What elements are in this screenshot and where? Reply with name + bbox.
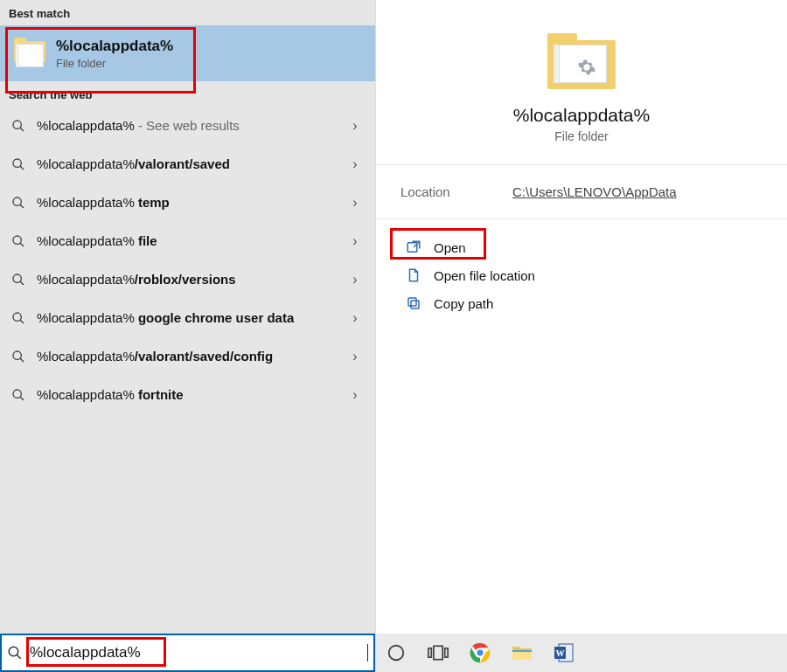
- search-web-header: Search the web: [0, 81, 375, 107]
- search-icon: [9, 311, 28, 325]
- svg-rect-19: [411, 301, 419, 308]
- svg-line-3: [20, 166, 24, 170]
- web-result-label: %localappdata% - See web results: [37, 117, 344, 135]
- search-results-panel: Best match %localappdata% File folder Se…: [0, 0, 376, 672]
- svg-line-9: [20, 281, 24, 285]
- svg-point-10: [13, 313, 21, 321]
- web-result-label: %localappdata% fortnite: [37, 386, 344, 404]
- word-icon[interactable]: W: [553, 641, 575, 664]
- svg-text:W: W: [556, 648, 565, 658]
- action-open-file-location[interactable]: Open file location: [395, 261, 768, 289]
- search-input[interactable]: %localappdata%: [28, 641, 366, 665]
- chrome-icon[interactable]: [469, 641, 491, 664]
- taskbar: W: [376, 634, 787, 672]
- svg-rect-20: [408, 298, 416, 306]
- chevron-right-icon[interactable]: ›: [344, 233, 366, 249]
- svg-point-4: [13, 197, 21, 205]
- svg-point-16: [9, 647, 18, 656]
- web-result-label: %localappdata% file: [37, 232, 344, 250]
- svg-point-14: [13, 390, 21, 398]
- preview-actions: Open Open file location Copy path: [376, 219, 787, 331]
- svg-line-13: [20, 358, 24, 362]
- action-copy-path[interactable]: Copy path: [395, 289, 768, 317]
- search-icon: [9, 119, 28, 133]
- chevron-right-icon[interactable]: ›: [344, 349, 366, 364]
- action-open-file-location-label: Open file location: [434, 268, 535, 283]
- meta-key-location: Location: [400, 184, 512, 199]
- svg-point-8: [13, 274, 21, 282]
- svg-point-6: [13, 236, 21, 244]
- svg-line-1: [20, 128, 24, 131]
- folder-icon: [14, 38, 45, 69]
- web-result-item[interactable]: %localappdata%/roblox/versions ›: [0, 260, 375, 299]
- preview-header: %localappdata% File folder: [376, 0, 787, 165]
- svg-point-2: [13, 159, 21, 167]
- preview-subtitle: File folder: [554, 129, 608, 143]
- preview-title: %localappdata%: [513, 105, 650, 126]
- text-caret: [367, 644, 368, 662]
- search-icon: [9, 273, 28, 287]
- action-copy-path-label: Copy path: [434, 296, 493, 311]
- best-match-subtitle: File folder: [56, 57, 173, 70]
- svg-line-15: [20, 397, 24, 400]
- search-icon: [9, 234, 28, 248]
- svg-line-5: [20, 204, 24, 208]
- web-result-item[interactable]: %localappdata% file ›: [0, 222, 375, 260]
- svg-rect-29: [512, 650, 532, 652]
- cortana-icon[interactable]: [385, 641, 407, 664]
- search-icon: [9, 196, 28, 210]
- svg-point-21: [389, 646, 404, 661]
- action-open-label: Open: [434, 240, 466, 255]
- svg-point-27: [477, 649, 484, 656]
- web-result-item[interactable]: %localappdata%/valorant/saved/config ›: [0, 337, 375, 376]
- svg-rect-24: [445, 648, 448, 657]
- chevron-right-icon[interactable]: ›: [344, 387, 366, 403]
- chevron-right-icon[interactable]: ›: [344, 195, 366, 211]
- web-result-label: %localappdata%/valorant/saved/config: [37, 348, 344, 365]
- task-view-icon[interactable]: [427, 641, 449, 664]
- action-open[interactable]: Open: [395, 233, 768, 261]
- web-result-label: %localappdata%/valorant/saved: [37, 156, 344, 173]
- file-explorer-icon[interactable]: [511, 641, 533, 664]
- web-result-item[interactable]: %localappdata% google chrome user data ›: [0, 299, 375, 337]
- web-result-label: %localappdata% google chrome user data: [37, 309, 344, 327]
- search-input-bar[interactable]: %localappdata%: [0, 634, 375, 672]
- open-icon: [402, 239, 425, 255]
- search-icon: [9, 350, 28, 364]
- best-match-item[interactable]: %localappdata% File folder: [0, 25, 375, 81]
- preview-panel: %localappdata% File folder Location C:\U…: [376, 0, 787, 672]
- web-result-item[interactable]: %localappdata% fortnite ›: [0, 376, 375, 414]
- web-result-label: %localappdata% temp: [37, 194, 344, 211]
- web-results-list: %localappdata% - See web results › %loca…: [0, 107, 375, 672]
- best-match-title: %localappdata%: [56, 38, 173, 55]
- best-match-header: Best match: [0, 0, 375, 25]
- svg-line-7: [20, 243, 24, 246]
- search-icon: [9, 388, 28, 402]
- web-result-item[interactable]: %localappdata% temp ›: [0, 184, 375, 222]
- search-icon: [7, 645, 28, 661]
- chevron-right-icon[interactable]: ›: [344, 156, 366, 172]
- file-location-icon: [402, 267, 425, 283]
- svg-point-12: [13, 351, 21, 359]
- svg-rect-22: [428, 648, 431, 657]
- web-result-item[interactable]: %localappdata% - See web results ›: [0, 107, 375, 145]
- svg-rect-23: [434, 646, 442, 659]
- copy-icon: [402, 295, 425, 311]
- chevron-right-icon[interactable]: ›: [344, 272, 366, 288]
- svg-point-0: [13, 121, 21, 128]
- svg-line-17: [17, 655, 21, 659]
- web-result-item[interactable]: %localappdata%/valorant/saved ›: [0, 145, 375, 184]
- search-icon: [9, 157, 28, 171]
- preview-meta: Location C:\Users\LENOVO\AppData: [376, 165, 787, 219]
- folder-icon: [547, 33, 616, 89]
- chevron-right-icon[interactable]: ›: [344, 310, 366, 326]
- svg-rect-18: [407, 243, 417, 253]
- web-result-label: %localappdata%/roblox/versions: [37, 271, 344, 288]
- chevron-right-icon[interactable]: ›: [344, 118, 366, 134]
- svg-line-11: [20, 320, 24, 323]
- meta-val-location[interactable]: C:\Users\LENOVO\AppData: [512, 184, 677, 199]
